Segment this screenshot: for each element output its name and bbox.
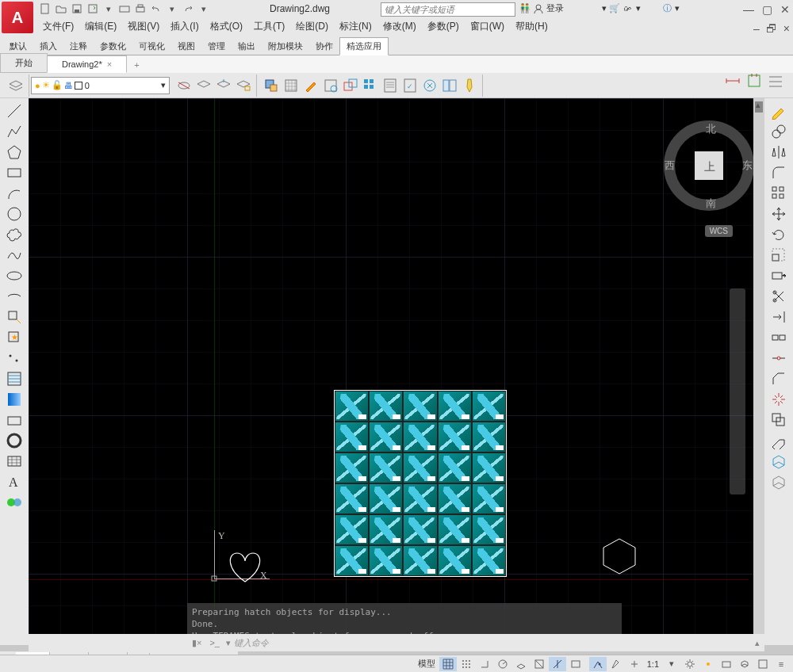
grid-toggle-icon[interactable]: [439, 657, 457, 671]
rectangle-icon[interactable]: [3, 163, 25, 182]
menu-item[interactable]: 工具(T): [249, 18, 289, 35]
spline-icon[interactable]: [3, 246, 25, 265]
menu-item[interactable]: 插入(I): [166, 18, 203, 35]
brush-icon[interactable]: [460, 76, 479, 95]
props-icon[interactable]: [381, 76, 400, 95]
erase-icon[interactable]: [768, 431, 790, 450]
join-icon[interactable]: [768, 349, 790, 368]
otrack-icon[interactable]: [549, 657, 566, 671]
qp-icon[interactable]: [626, 657, 643, 671]
chamfer-icon[interactable]: [768, 369, 790, 388]
wcs-badge[interactable]: WCS: [705, 225, 733, 237]
qat-redo-dd-icon[interactable]: ▾: [197, 2, 211, 16]
3dface-icon[interactable]: [768, 452, 790, 471]
arc-icon[interactable]: [3, 184, 25, 203]
line-icon[interactable]: [3, 101, 25, 120]
edit-hatch-icon[interactable]: [301, 76, 320, 95]
extend-icon[interactable]: [768, 307, 790, 326]
doc-tab[interactable]: Drawing2*×: [47, 55, 127, 73]
ribbon-tab[interactable]: 输出: [232, 38, 262, 55]
blocks-pal-icon[interactable]: [440, 76, 459, 95]
app-logo[interactable]: A: [2, 2, 33, 33]
menu-item[interactable]: 窗口(W): [465, 18, 509, 35]
ellipse-icon[interactable]: [3, 266, 25, 285]
isodraft-icon[interactable]: [512, 657, 530, 671]
hatch-icon[interactable]: [3, 369, 25, 388]
hatch-tool-icon[interactable]: [282, 76, 301, 95]
xref-icon[interactable]: [420, 76, 439, 95]
qat-open-icon[interactable]: [54, 2, 68, 16]
hw-accel-icon[interactable]: [718, 657, 735, 671]
pin-icon[interactable]: [699, 657, 717, 671]
revcloud-icon[interactable]: [3, 225, 25, 244]
ribbon-tab[interactable]: 管理: [201, 38, 232, 55]
layer-off-icon[interactable]: [194, 76, 213, 95]
dyn-input-icon[interactable]: [589, 657, 607, 671]
user-icon[interactable]: [534, 4, 543, 13]
rotate-icon[interactable]: [768, 225, 790, 244]
qat-save-icon[interactable]: [70, 2, 84, 16]
minimize-icon[interactable]: ―: [743, 3, 754, 16]
ribbon-tab[interactable]: 注释: [63, 38, 94, 55]
gear-icon[interactable]: [681, 657, 699, 671]
layer-props-icon[interactable]: [6, 76, 25, 95]
qat-redo-icon[interactable]: [181, 2, 195, 16]
cmd-placeholder[interactable]: 键入命令: [234, 637, 269, 649]
move-icon[interactable]: [768, 204, 790, 223]
osnap-icon[interactable]: [531, 657, 548, 671]
help-dd-icon[interactable]: ▾: [675, 3, 680, 13]
vertical-scrollbar[interactable]: ▴: [753, 98, 764, 645]
clean-screen-icon[interactable]: [754, 657, 772, 671]
point-icon[interactable]: [3, 349, 25, 368]
tab-close-icon[interactable]: ×: [107, 59, 112, 69]
qat-plot-icon[interactable]: [117, 2, 132, 16]
qat-undo-dd-icon[interactable]: ▾: [165, 2, 179, 16]
maximize-icon[interactable]: ▢: [762, 3, 772, 16]
login-label[interactable]: 登录: [546, 2, 564, 14]
layer-combo[interactable]: ● ☀ 🔓 🖶 0 ▾: [31, 77, 170, 94]
color-wheel-icon[interactable]: [3, 493, 25, 512]
lwt-icon[interactable]: [567, 657, 584, 671]
polar-icon[interactable]: [494, 657, 511, 671]
iso-view-icon[interactable]: [736, 657, 753, 671]
make-block-icon[interactable]: ★: [3, 328, 25, 347]
menu-item[interactable]: 视图(V): [123, 18, 164, 35]
insert-block-icon[interactable]: [3, 307, 25, 326]
snap-toggle-icon[interactable]: [458, 657, 475, 671]
viewcube[interactable]: 北 南 东 西 上: [661, 118, 757, 213]
cmd-expand-icon[interactable]: ▴: [750, 638, 764, 648]
gradient-icon[interactable]: [3, 390, 25, 409]
child-min-icon[interactable]: –: [753, 22, 760, 35]
3dface2-icon[interactable]: [768, 472, 790, 491]
nav-bar[interactable]: [730, 288, 745, 494]
drawing-canvas[interactable]: X Y 北 南 东 西 上 WCS Preparing hatch object…: [29, 98, 764, 645]
help-icon[interactable]: ⓘ: [663, 2, 672, 14]
qat-undo-icon[interactable]: [149, 2, 163, 16]
ellipse-arc-icon[interactable]: [3, 287, 25, 306]
ribbon-tab[interactable]: 插入: [33, 38, 63, 55]
text-icon[interactable]: A: [3, 472, 25, 491]
boundary-icon[interactable]: [321, 76, 340, 95]
qat-dd1-icon[interactable]: ▾: [102, 2, 116, 16]
search-go-icon[interactable]: 👬: [519, 3, 531, 13]
customize-icon[interactable]: ≡: [772, 657, 790, 671]
layer-freeze-icon[interactable]: [214, 76, 233, 95]
dim-baseline-icon[interactable]: [745, 71, 764, 90]
share-icon[interactable]: ൙: [623, 4, 633, 13]
ribbon-tab[interactable]: 视图: [171, 38, 201, 55]
menu-item[interactable]: 格式(O): [205, 18, 247, 35]
polygon-icon[interactable]: [3, 143, 25, 162]
tab-add-icon[interactable]: +: [126, 57, 147, 73]
region2-icon[interactable]: [3, 410, 25, 430]
fillet-icon[interactable]: [768, 163, 790, 182]
ribbon-tab[interactable]: 参数化: [94, 38, 132, 55]
menu-item[interactable]: 编辑(E): [80, 18, 121, 35]
ribbon-tab[interactable]: 默认: [3, 38, 33, 55]
ribbon-tab[interactable]: 附加模块: [262, 38, 309, 55]
menu-item[interactable]: 修改(M): [378, 18, 421, 35]
explode-icon[interactable]: [768, 390, 790, 409]
donut-icon[interactable]: [3, 431, 25, 450]
close-icon[interactable]: ✕: [780, 3, 790, 16]
cmd-close-icon[interactable]: ▮×: [187, 638, 206, 648]
pencil-icon[interactable]: [768, 101, 790, 120]
